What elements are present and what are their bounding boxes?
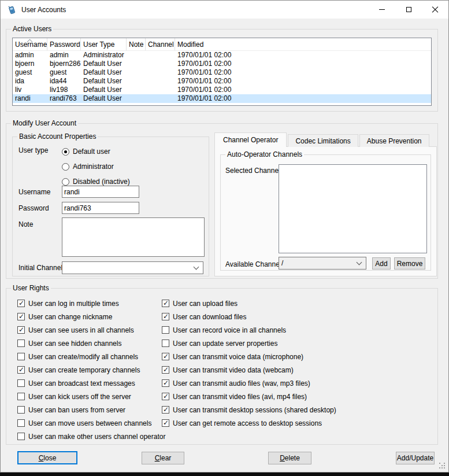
cell-channel xyxy=(146,51,175,60)
clear-button[interactable]: Clear xyxy=(142,452,184,464)
right-checkbox-row[interactable]: User can broadcast text messages xyxy=(17,377,165,390)
selected-channels-listbox[interactable] xyxy=(279,164,427,253)
right-checkbox-row[interactable]: User can change nickname xyxy=(17,310,165,323)
close-button[interactable]: Close xyxy=(17,451,77,464)
right-checkbox-row[interactable]: User can make other users channel operat… xyxy=(17,430,165,443)
password-field[interactable] xyxy=(62,202,139,214)
right-checkbox-row[interactable]: User can get remote access to desktop se… xyxy=(162,416,336,430)
window-title: User Accounts xyxy=(21,6,66,14)
column-header[interactable]: Note xyxy=(127,38,146,50)
user-table[interactable]: Username Password User Type Note xyxy=(12,38,432,106)
right-checkbox-row[interactable]: User can see users in all channels xyxy=(17,323,165,337)
username-field[interactable] xyxy=(62,186,139,198)
right-checkbox-row[interactable]: User can move users between channels xyxy=(17,416,165,430)
tab-strip: Channel Operator Codec Limitations Abuse… xyxy=(214,132,431,147)
modify-group-label: Modify User Account xyxy=(11,119,78,128)
radio-icon xyxy=(62,178,69,186)
right-checkbox-row[interactable]: User can see hidden channels xyxy=(17,337,165,350)
table-row[interactable]: ida ida44 Default User 1970/01/01 02:00 xyxy=(13,77,431,86)
basic-account-properties-group: Basic Account Properties User type Defau… xyxy=(12,136,209,276)
right-checkbox-row[interactable]: User can ban users from server xyxy=(17,403,165,416)
initial-channel-select[interactable] xyxy=(62,261,203,274)
minimize-button[interactable] xyxy=(369,1,395,19)
user-table-header: Username Password User Type Note xyxy=(13,38,431,51)
right-checkbox-row[interactable]: User can create temporary channels xyxy=(17,363,165,377)
checkbox-icon xyxy=(17,326,25,334)
checkbox-icon xyxy=(17,393,25,400)
cell-modified: 1970/01/01 02:00 xyxy=(175,77,431,86)
cell-username: ida xyxy=(13,77,47,86)
checkbox-icon xyxy=(162,300,169,307)
checkbox-icon xyxy=(162,379,169,387)
cell-modified: 1970/01/01 02:00 xyxy=(175,68,431,77)
user-table-body: admin admin Administrator 1970/01/01 02:… xyxy=(13,51,431,103)
cell-password: randi763 xyxy=(47,94,81,103)
user-type-radio-group: Default user Administrator Disabled (ina… xyxy=(62,144,130,189)
right-checkbox-row[interactable]: User can download files xyxy=(162,310,336,323)
cell-modified: 1970/01/01 02:00 xyxy=(175,94,431,103)
right-checkbox-row[interactable]: User can transmit audio files (wav, mp3 … xyxy=(162,377,336,390)
checkbox-icon xyxy=(17,379,25,387)
checkbox-label: User can get remote access to desktop se… xyxy=(173,419,322,427)
tab-label: Abuse Prevention xyxy=(367,137,422,145)
tab[interactable]: Codec Limitations xyxy=(288,134,358,147)
checkbox-icon xyxy=(162,393,169,400)
cell-user-type: Default User xyxy=(81,77,127,86)
user-type-radio[interactable]: Default user xyxy=(62,144,130,159)
checkbox-icon xyxy=(17,419,25,427)
tab[interactable]: Abuse Prevention xyxy=(359,134,429,147)
right-checkbox-row[interactable]: User can upload files xyxy=(162,297,336,310)
table-row[interactable]: bjoern bjoern286 Default User 1970/01/01… xyxy=(13,60,431,68)
maximize-button[interactable] xyxy=(395,1,422,19)
checkbox-icon xyxy=(162,406,169,414)
right-checkbox-row[interactable]: User can transmit voice data (microphone… xyxy=(162,350,336,363)
right-checkbox-row[interactable]: User can transmit video data (webcam) xyxy=(162,363,336,377)
resize-grip[interactable] xyxy=(439,463,446,470)
right-checkbox-row[interactable]: User can log in multiple times xyxy=(17,297,165,310)
user-type-radio[interactable]: Administrator xyxy=(62,159,130,174)
table-row[interactable]: randi randi763 Default User 1970/01/01 0… xyxy=(13,94,431,103)
user-type-label: User type xyxy=(18,146,48,154)
cell-username: bjoern xyxy=(13,60,47,68)
column-header[interactable]: User Type xyxy=(81,38,127,50)
checkbox-label: User can move users between channels xyxy=(28,419,151,427)
cell-user-type: Default User xyxy=(81,94,127,103)
right-checkbox-row[interactable]: User can transmit video files (avi, mp4 … xyxy=(162,390,336,403)
column-header[interactable]: Username xyxy=(13,38,47,50)
checkbox-icon xyxy=(17,300,25,307)
table-row[interactable]: liv liv198 Default User 1970/01/01 02:00 xyxy=(13,86,431,94)
cell-username: randi xyxy=(13,94,47,103)
available-channels-label: Available Channels xyxy=(225,260,285,268)
right-checkbox-row[interactable]: User can record voice in all channels xyxy=(162,323,336,337)
table-row[interactable]: guest guest Default User 1970/01/01 02:0… xyxy=(13,68,431,77)
radio-label: Disabled (inactive) xyxy=(73,178,130,186)
right-checkbox-row[interactable]: User can kick users off the server xyxy=(17,390,165,403)
right-checkbox-row[interactable]: User can update server properties xyxy=(162,337,336,350)
add-channel-button[interactable]: Add xyxy=(372,257,391,270)
maximize-icon xyxy=(406,7,411,12)
add-update-button[interactable]: Add/Update xyxy=(396,452,435,464)
table-row[interactable]: admin admin Administrator 1970/01/01 02:… xyxy=(13,51,431,60)
close-icon xyxy=(432,6,439,13)
chevron-down-icon xyxy=(194,264,199,270)
column-header[interactable]: Channel xyxy=(146,38,175,50)
remove-channel-button[interactable]: Remove xyxy=(394,257,425,270)
checkbox-icon xyxy=(17,433,25,440)
tab-label: Codec Limitations xyxy=(295,137,350,145)
checkbox-label: User can record voice in all channels xyxy=(173,326,286,334)
delete-button[interactable]: Delete xyxy=(268,452,311,464)
right-checkbox-row[interactable]: User can transmit desktop sessions (shar… xyxy=(162,403,336,416)
note-field[interactable] xyxy=(62,217,205,257)
tab[interactable]: Channel Operator xyxy=(214,132,287,147)
column-header[interactable]: Password xyxy=(47,38,81,50)
right-checkbox-row[interactable]: User can create/modify all channels xyxy=(17,350,165,363)
cell-channel xyxy=(146,86,175,94)
radio-label: Administrator xyxy=(73,163,114,171)
checkbox-label: User can transmit desktop sessions (shar… xyxy=(173,406,336,414)
close-window-button[interactable] xyxy=(422,1,448,19)
column-header[interactable]: Modified xyxy=(175,38,431,50)
cell-channel xyxy=(146,60,175,68)
basic-group-label: Basic Account Properties xyxy=(17,132,98,141)
available-channels-select[interactable]: / xyxy=(279,257,366,270)
checkbox-icon xyxy=(162,366,169,374)
